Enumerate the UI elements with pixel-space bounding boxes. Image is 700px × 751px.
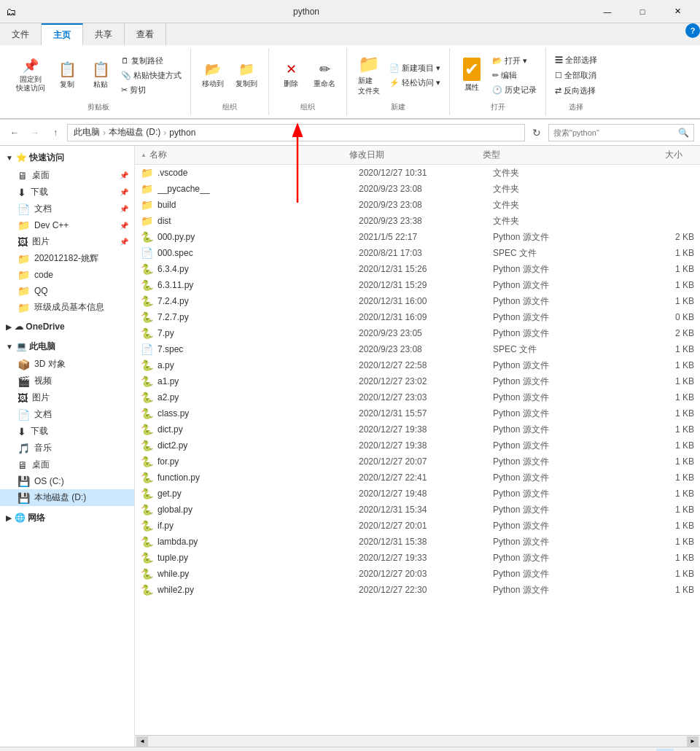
sidebar-header-quickaccess[interactable]: ▼ ⭐ 快速访问 (0, 149, 134, 167)
breadcrumb-drive[interactable]: 本地磁盘 (D:) (109, 126, 160, 139)
sidebar-item-3d[interactable]: 📦 3D 对象 (0, 356, 134, 373)
sidebar-item-qq[interactable]: 📁 QQ (0, 283, 134, 299)
file-list-body[interactable]: 📁.vscode2020/12/27 10:31文件夹📁__pycache__2… (135, 165, 700, 735)
file-row[interactable]: 🐍dict.py2020/12/27 19:38Python 源文件1 KB (135, 421, 700, 437)
view-icon-button[interactable]: ⊞ (677, 749, 694, 752)
maximize-button[interactable]: □ (626, 0, 659, 23)
view-list-button[interactable]: ☰ (636, 749, 653, 752)
file-row[interactable]: 🐍a2.py2020/12/27 23:03Python 源文件1 KB (135, 389, 700, 405)
column-header-name[interactable]: 名称 (149, 149, 349, 161)
help-button[interactable]: ? (685, 23, 700, 38)
minimize-button[interactable]: — (591, 0, 624, 23)
file-row[interactable]: 🐍6.3.11.py2020/12/31 15:29Python 源文件1 KB (135, 277, 700, 293)
forward-button[interactable]: → (26, 124, 44, 141)
file-row[interactable]: 📁.vscode2020/12/27 10:31文件夹 (135, 165, 700, 181)
file-row[interactable]: 🐍7.py2020/9/23 23:05Python 源文件2 KB (135, 325, 700, 341)
sidebar-item-local-d[interactable]: 💾 本地磁盘 (D:) (0, 489, 134, 506)
column-header-date[interactable]: 修改日期 (349, 149, 483, 161)
new-folder-button[interactable]: 📁 新建文件夹 (353, 51, 385, 99)
view-detail-button[interactable]: ≡ (656, 749, 674, 752)
move-to-button[interactable]: 📂 移动到 (197, 58, 229, 92)
file-name: 6.3.4.py (158, 264, 359, 274)
file-row[interactable]: 🐍a.py2020/12/27 22:58Python 源文件1 KB (135, 357, 700, 373)
file-row[interactable]: 🐍get.py2020/12/27 19:48Python 源文件1 KB (135, 486, 700, 502)
tab-file[interactable]: 文件 (0, 23, 42, 45)
file-row[interactable]: 🐍if.py2020/12/27 20:01Python 源文件1 KB (135, 518, 700, 534)
paste-button[interactable]: 📋 粘贴 (85, 58, 117, 93)
file-row[interactable]: 🐍global.py2020/12/31 15:34Python 源文件1 KB (135, 502, 700, 518)
sidebar-item-class-members[interactable]: 📁 班级成员基本信息 (0, 299, 134, 316)
sidebar-item-documents-quick[interactable]: 📄 文档 📌 (0, 201, 134, 217)
file-row[interactable]: 🐍a1.py2020/12/27 23:02Python 源文件1 KB (135, 373, 700, 389)
search-input[interactable] (553, 128, 675, 137)
file-row[interactable]: 🐍for.py2020/12/27 20:07Python 源文件1 KB (135, 454, 700, 470)
sidebar-item-code[interactable]: 📁 code (0, 267, 134, 283)
file-row[interactable]: 🐍while2.py2020/12/27 22:30Python 源文件1 KB (135, 582, 700, 598)
sidebar-item-downloads-pc[interactable]: ⬇ 下载 (0, 423, 134, 440)
file-row[interactable]: 🐍while.py2020/12/27 20:03Python 源文件1 KB (135, 566, 700, 582)
history-button[interactable]: 🕐 历史记录 (489, 83, 540, 97)
tab-home[interactable]: 主页 (42, 23, 83, 45)
scroll-left-button[interactable]: ◄ (136, 736, 148, 747)
copy-to-button[interactable]: 📁 复制到 (230, 58, 262, 92)
rename-button[interactable]: ✏ 重命名 (308, 58, 341, 92)
file-row[interactable]: 📄7.spec2020/9/23 23:08SPEC 文件1 KB (135, 341, 700, 357)
sidebar-item-pictures-quick[interactable]: 🖼 图片 📌 (0, 233, 134, 250)
select-none-button[interactable]: ☐ 全部取消 (552, 69, 600, 82)
file-row[interactable]: 🐍7.2.7.py2020/12/31 16:09Python 源文件0 KB (135, 309, 700, 325)
invert-selection-button[interactable]: ⇄ 反向选择 (552, 84, 600, 98)
file-row[interactable]: 🐍tuple.py2020/12/27 19:33Python 源文件1 KB (135, 550, 700, 566)
file-row[interactable]: 🐍class.py2020/12/31 15:57Python 源文件1 KB (135, 405, 700, 421)
sidebar-item-music[interactable]: 🎵 音乐 (0, 440, 134, 456)
tab-share[interactable]: 共享 (83, 23, 125, 45)
sidebar-item-downloads-quick[interactable]: ⬇ 下载 📌 (0, 184, 134, 201)
breadcrumb-computer[interactable]: 此电脑 (74, 126, 100, 139)
file-row[interactable]: 📁dist2020/9/23 23:38文件夹 (135, 213, 700, 229)
horizontal-scrollbar[interactable]: ◄ ► (135, 735, 700, 747)
file-row[interactable]: 🐍6.3.4.py2020/12/31 15:26Python 源文件1 KB (135, 261, 700, 277)
delete-button[interactable]: ✕ 删除 (275, 58, 307, 92)
open-button[interactable]: 📂 打开 ▾ (489, 54, 540, 68)
file-icon: 🐍 (141, 536, 153, 548)
properties-button[interactable]: ✔ 属性 (456, 55, 488, 96)
search-box[interactable]: 🔍 (548, 124, 694, 141)
file-row[interactable]: 🐍function.py2020/12/27 22:41Python 源文件1 … (135, 470, 700, 486)
copy-button[interactable]: 📋 复制 (51, 58, 83, 93)
close-button[interactable]: ✕ (661, 0, 694, 23)
paste-shortcut-button[interactable]: 📎 粘贴快捷方式 (118, 69, 184, 82)
easy-access-button[interactable]: ⚡ 轻松访问 ▾ (386, 76, 443, 90)
sidebar-item-documents-pc[interactable]: 📄 文档 (0, 406, 134, 423)
sidebar-header-network[interactable]: ▶ 🌐 网络 (0, 509, 134, 527)
select-all-button[interactable]: ☰ 全部选择 (552, 53, 600, 67)
column-header-size[interactable]: 大小 (616, 149, 682, 161)
sidebar-item-desktop-pc[interactable]: 🖥 桌面 (0, 456, 134, 473)
new-item-button[interactable]: 📄 新建项目 ▾ (386, 61, 443, 75)
sidebar-item-osc[interactable]: 💾 OS (C:) (0, 473, 134, 489)
file-row[interactable]: 🐍dict2.py2020/12/27 19:38Python 源文件1 KB (135, 437, 700, 454)
file-row[interactable]: 📁__pycache__2020/9/23 23:08文件夹 (135, 181, 700, 197)
copy-path-button[interactable]: 🗒 复制路径 (118, 54, 184, 68)
refresh-button[interactable]: ↻ (528, 124, 545, 141)
scroll-right-button[interactable]: ► (687, 736, 699, 747)
file-date: 2020/12/27 19:38 (359, 424, 493, 435)
file-row[interactable]: 🐍000.py.py2021/1/5 22:17Python 源文件2 KB (135, 229, 700, 245)
tab-view[interactable]: 查看 (125, 23, 166, 45)
sidebar-item-yaohui[interactable]: 📁 202012182-姚辉 (0, 250, 134, 267)
sidebar-header-onedrive[interactable]: ▶ ☁ OneDrive (0, 319, 134, 335)
pin-quick-access-button[interactable]: 📌 固定到快速访问 (12, 55, 50, 96)
sidebar-header-thispc[interactable]: ▼ 💻 此电脑 (0, 338, 134, 356)
address-path[interactable]: 此电脑 › 本地磁盘 (D:) › python (67, 124, 525, 141)
column-header-type[interactable]: 类型 (483, 149, 616, 161)
file-row[interactable]: 📄000.spec2020/8/21 17:03SPEC 文件1 KB (135, 245, 700, 261)
sidebar-item-devcpp[interactable]: 📁 Dev C++ 📌 (0, 217, 134, 233)
back-button[interactable]: ← (6, 124, 23, 141)
up-button[interactable]: ↑ (47, 124, 64, 141)
sidebar-item-pictures-pc[interactable]: 🖼 图片 (0, 389, 134, 406)
file-row[interactable]: 📁build2020/9/23 23:08文件夹 (135, 197, 700, 213)
file-row[interactable]: 🐍7.2.4.py2020/12/31 16:00Python 源文件1 KB (135, 293, 700, 309)
file-row[interactable]: 🐍lambda.py2020/12/31 15:38Python 源文件1 KB (135, 534, 700, 550)
sidebar-item-video[interactable]: 🎬 视频 (0, 373, 134, 389)
edit-button[interactable]: ✏ 编辑 (489, 69, 540, 82)
cut-button[interactable]: ✂ 剪切 (118, 83, 184, 97)
sidebar-item-desktop-quick[interactable]: 🖥 桌面 📌 (0, 167, 134, 184)
